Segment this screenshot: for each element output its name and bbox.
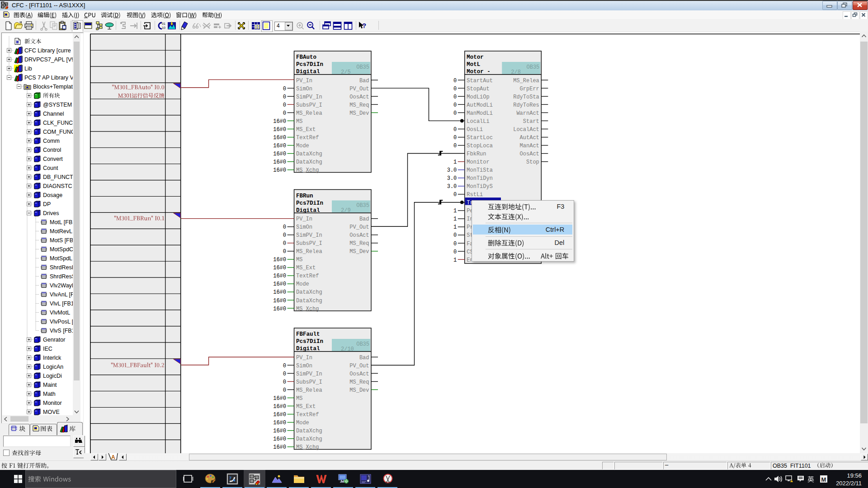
svg-text:3.0: 3.0: [447, 167, 457, 174]
svg-text:Channel: Channel: [43, 111, 64, 117]
svg-text:0: 0: [283, 110, 286, 117]
svg-text:Digital: Digital: [296, 69, 320, 75]
svg-text:DataXchg: DataXchg: [296, 151, 322, 157]
svg-text:0: 0: [453, 127, 457, 133]
svg-text:SimPV_In: SimPV_In: [296, 371, 322, 377]
svg-text:MS_Relea: MS_Relea: [296, 249, 322, 255]
svg-text:SimPV_In: SimPV_In: [296, 232, 322, 239]
svg-text:3.0: 3.0: [447, 183, 457, 190]
svg-text:StartAut: StartAut: [467, 78, 493, 84]
svg-text:16#0: 16#0: [273, 159, 286, 165]
svg-text:DB_FUNCT: DB_FUNCT: [43, 174, 73, 180]
svg-text:Pcs7DiIn: Pcs7DiIn: [296, 61, 323, 68]
svg-text:16#0: 16#0: [273, 265, 286, 271]
svg-text:16#0: 16#0: [273, 257, 286, 263]
svg-text:PCS 7 AP Library V9: PCS 7 AP Library V9: [24, 75, 77, 81]
svg-text:Maint: Maint: [43, 382, 57, 388]
svg-text:RdyToSta: RdyToSta: [513, 94, 539, 100]
svg-text:DataXchg: DataXchg: [296, 298, 322, 304]
svg-text:OB35: OB35: [356, 202, 369, 209]
svg-text:0: 0: [283, 86, 286, 92]
svg-text:PV_In: PV_In: [296, 78, 312, 84]
svg-text:0: 0: [283, 232, 286, 239]
svg-text:Mode: Mode: [296, 420, 309, 426]
svg-text:Bad: Bad: [359, 355, 369, 361]
svg-text:A: A: [111, 454, 115, 460]
svg-text:PV_Out: PV_Out: [349, 224, 369, 230]
svg-text:MotSpdC: MotSpdC: [50, 246, 73, 253]
svg-text:Lib: Lib: [24, 66, 32, 72]
svg-text:Start: Start: [523, 118, 539, 125]
svg-text:MOVE: MOVE: [43, 409, 60, 415]
svg-text:MS_Dev: MS_Dev: [349, 249, 369, 255]
svg-text:StopLoca: StopLoca: [467, 143, 493, 149]
svg-text:AutAct: AutAct: [520, 135, 539, 141]
svg-text:DataXchg: DataXchg: [296, 159, 322, 165]
svg-text:VlvAnL [F: VlvAnL [F: [50, 291, 74, 298]
svg-text:0: 0: [453, 232, 457, 239]
svg-text:16#0: 16#0: [273, 127, 286, 133]
svg-text:16#0: 16#0: [273, 273, 286, 279]
svg-text:16#0: 16#0: [273, 143, 286, 149]
svg-text:Interlck: Interlck: [43, 355, 61, 361]
svg-text:16#0: 16#0: [273, 404, 286, 410]
svg-text:DataXchg: DataXchg: [296, 428, 322, 434]
svg-text:0: 0: [283, 94, 286, 100]
svg-text:0: 0: [453, 241, 457, 247]
svg-text:SubsPV_I: SubsPV_I: [296, 102, 322, 108]
svg-text:MS_Req: MS_Req: [349, 102, 369, 108]
svg-text:MS_Relea: MS_Relea: [296, 387, 322, 394]
svg-text:MS_Req: MS_Req: [349, 240, 369, 247]
svg-text:TextRef: TextRef: [296, 412, 319, 418]
svg-text:DRVPCS7_APL [V9.: DRVPCS7_APL [V9.: [24, 56, 76, 63]
svg-text:0: 0: [283, 371, 286, 377]
svg-text:StartLoc: StartLoc: [467, 135, 493, 141]
svg-text:16#0: 16#0: [273, 436, 286, 442]
svg-text:1: 1: [453, 208, 457, 214]
svg-text:MS_Relea: MS_Relea: [296, 110, 322, 117]
svg-text:PV_Out: PV_Out: [349, 86, 369, 92]
svg-text:Digital: Digital: [296, 207, 320, 214]
svg-text:0: 0: [283, 224, 286, 230]
svg-text:10: 10: [162, 26, 165, 29]
svg-text:Digital: Digital: [296, 346, 320, 352]
svg-text:16#0: 16#0: [273, 428, 286, 434]
svg-text:FBRun: FBRun: [296, 193, 313, 199]
svg-text:Monitor: Monitor: [467, 159, 489, 165]
svg-text:ManAct: ManAct: [520, 143, 539, 149]
svg-text:1: 1: [453, 224, 457, 230]
svg-text:@SYSTEM: @SYSTEM: [43, 102, 72, 108]
svg-text:ModLiOp: ModLiOp: [467, 94, 489, 100]
svg-text:0: 0: [283, 363, 286, 369]
svg-text:PV_In: PV_In: [296, 355, 312, 361]
svg-text:16#0: 16#0: [273, 118, 286, 125]
svg-text:Blocks+Templat: Blocks+Templat: [33, 84, 73, 90]
svg-text:MotL: MotL: [467, 61, 480, 68]
svg-text:MS_Relea: MS_Relea: [513, 78, 539, 84]
svg-text:0: 0: [453, 192, 457, 198]
svg-text:MotL [FB: MotL [FB: [50, 219, 72, 225]
svg-text:Count: Count: [43, 165, 58, 171]
svg-text:MotSpdL: MotSpdL: [50, 255, 72, 262]
svg-text:16#0: 16#0: [273, 281, 286, 287]
svg-text:OosAct: OosAct: [349, 94, 369, 100]
svg-text:MonTiSta: MonTiSta: [467, 167, 493, 174]
svg-text:16#0: 16#0: [273, 289, 286, 296]
svg-text:Monitor: Monitor: [43, 400, 62, 406]
svg-text:16#0: 16#0: [273, 395, 286, 402]
svg-text:MonTiDyn: MonTiDyn: [467, 175, 493, 182]
svg-text:SimPV_In: SimPV_In: [296, 94, 322, 100]
svg-text:OosAct: OosAct: [349, 232, 369, 239]
svg-text:FbkRun: FbkRun: [467, 151, 486, 157]
svg-text:TextRef: TextRef: [296, 135, 319, 141]
svg-text:0: 0: [453, 86, 457, 92]
svg-text:FBFault: FBFault: [296, 331, 320, 338]
svg-text:CFC Library [curre: CFC Library [curre: [24, 47, 71, 54]
svg-text:0: 0: [283, 102, 286, 108]
svg-text:16#0: 16#0: [273, 151, 286, 157]
svg-text:ShrdResS: ShrdResS: [50, 273, 75, 280]
svg-text:LogicAn: LogicAn: [43, 364, 63, 370]
svg-text:MotS [FB: MotS [FB: [50, 237, 73, 244]
svg-text:VlvL [FB1: VlvL [FB1: [50, 300, 74, 307]
svg-text:IEC: IEC: [43, 346, 52, 352]
